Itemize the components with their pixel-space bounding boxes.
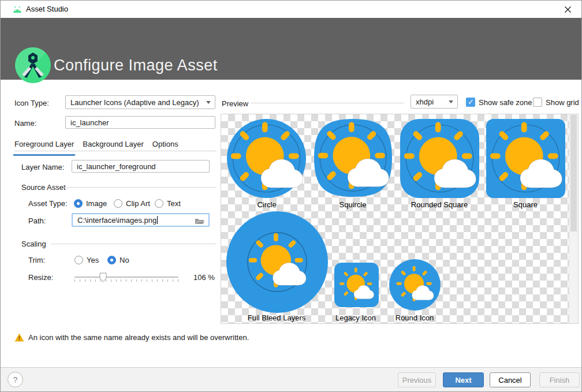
asset-type-clip-art-label: Clip Art <box>126 199 150 208</box>
resize-value: 106 % <box>193 273 215 282</box>
tab-background-layer[interactable]: Background Layer <box>83 140 144 156</box>
close-icon <box>565 6 571 13</box>
density-value: xhdpi <box>416 98 434 106</box>
density-dropdown[interactable]: xhdpi <box>411 95 458 109</box>
layer-tabs: Foreground Layer Background Layer Option… <box>14 140 178 156</box>
dialog-header: Configure Image Asset <box>1 18 581 80</box>
preview-label-round: Round Icon <box>396 313 434 322</box>
asset-studio-dialog: Asset Studio Configure Image Asset Icon <box>0 0 582 392</box>
asset-type-text-label: Text <box>167 199 181 208</box>
android-icon <box>12 6 23 15</box>
text-caret <box>157 216 158 224</box>
scaling-divider <box>51 244 217 244</box>
asset-type-radio-text[interactable] <box>155 199 163 208</box>
tab-options[interactable]: Options <box>152 140 178 156</box>
help-icon: ? <box>13 375 18 384</box>
preview-label-full-bleed: Full Bleed Layers <box>248 313 305 322</box>
slider-ticks <box>74 279 178 282</box>
preview-scrollbar-thumb[interactable] <box>570 115 577 232</box>
asset-type-radio-clip-art[interactable] <box>114 199 122 208</box>
show-safe-zone-checkbox[interactable] <box>466 98 475 107</box>
resize-slider[interactable] <box>74 272 178 283</box>
name-field[interactable]: ic_launcher <box>65 116 215 129</box>
window-title: Asset Studio <box>26 5 68 13</box>
trim-yes-label: Yes <box>87 256 99 264</box>
folder-browse-icon[interactable] <box>195 218 204 225</box>
help-button[interactable]: ? <box>8 372 23 387</box>
previous-button[interactable]: Previous <box>398 372 436 387</box>
show-grid-label: Show grid <box>546 98 579 107</box>
preview-icon-rounded-square <box>400 119 479 200</box>
trim-radio-no[interactable] <box>107 256 116 264</box>
asset-type-radio-image[interactable] <box>74 199 83 208</box>
show-safe-zone-label: Show safe zone <box>479 98 532 107</box>
icon-type-value: Launcher Icons (Adaptive and Legacy) <box>70 98 199 107</box>
source-asset-divider <box>64 187 217 188</box>
cancel-button[interactable]: Cancel <box>490 372 531 387</box>
preview-icon-full-bleed <box>226 211 328 315</box>
show-grid-checkbox[interactable] <box>533 98 542 107</box>
layer-name-field[interactable]: ic_launcher_foreground <box>72 160 210 173</box>
scaling-section-label: Scaling <box>21 240 46 248</box>
preview-icon-square <box>486 119 565 200</box>
chevron-down-icon <box>449 100 453 103</box>
preview-scrollbar[interactable] <box>569 114 578 323</box>
next-button[interactable]: Next <box>443 372 484 387</box>
footer-bar: ? Previous Next Cancel Finish <box>1 367 581 391</box>
finish-button[interactable]: Finish <box>539 372 580 387</box>
warning-message: An icon with the same name already exist… <box>14 333 249 342</box>
icon-type-label: Icon Type: <box>14 99 49 107</box>
android-studio-logo-icon <box>14 47 51 85</box>
preview-section-label: Preview <box>222 99 248 108</box>
page-title: Configure Image Asset <box>54 57 218 74</box>
warning-text: An icon with the same name already exist… <box>28 333 249 342</box>
preview-label-rounded-square: Rounded Square <box>411 200 468 209</box>
preview-icon-round <box>389 259 441 312</box>
source-asset-section-label: Source Asset <box>21 183 66 192</box>
preview-icon-squircle <box>314 119 392 199</box>
preview-label-circle: Circle <box>257 200 276 209</box>
path-field[interactable]: C:\interface\images.png <box>72 213 210 227</box>
warning-icon <box>14 333 24 342</box>
preview-label-square: Square <box>513 200 538 209</box>
close-button[interactable] <box>554 1 581 18</box>
preview-label-squircle: Squircle <box>339 200 367 209</box>
trim-label: Trim: <box>28 256 45 264</box>
asset-type-image-label: Image <box>86 199 107 208</box>
trim-no-label: No <box>120 256 129 264</box>
title-bar: Asset Studio <box>1 1 581 18</box>
preview-label-legacy: Legacy Icon <box>335 313 376 322</box>
preview-icon-circle <box>227 119 306 200</box>
resize-label: Resize: <box>28 273 53 282</box>
tab-foreground-layer[interactable]: Foreground Layer <box>14 140 74 156</box>
chevron-down-icon <box>206 101 211 104</box>
slider-track[interactable] <box>74 277 178 278</box>
tabs-divider <box>14 151 217 151</box>
show-grid-option: Show grid <box>533 98 579 107</box>
preview-divider <box>251 103 404 103</box>
resize-slider-thumb[interactable] <box>99 272 107 284</box>
trim-radio-yes[interactable] <box>74 256 83 264</box>
preview-icon-legacy <box>334 263 379 309</box>
icon-type-dropdown[interactable]: Launcher Icons (Adaptive and Legacy) <box>65 95 215 109</box>
name-label: Name: <box>14 119 36 128</box>
path-label: Path: <box>28 216 46 225</box>
layer-name-label: Layer Name: <box>21 163 64 171</box>
show-safe-zone-option: Show safe zone <box>466 98 532 107</box>
asset-type-label: Asset Type: <box>28 199 68 208</box>
preview-panel: Circle Squircle Rounded Square Square Fu… <box>221 114 579 324</box>
